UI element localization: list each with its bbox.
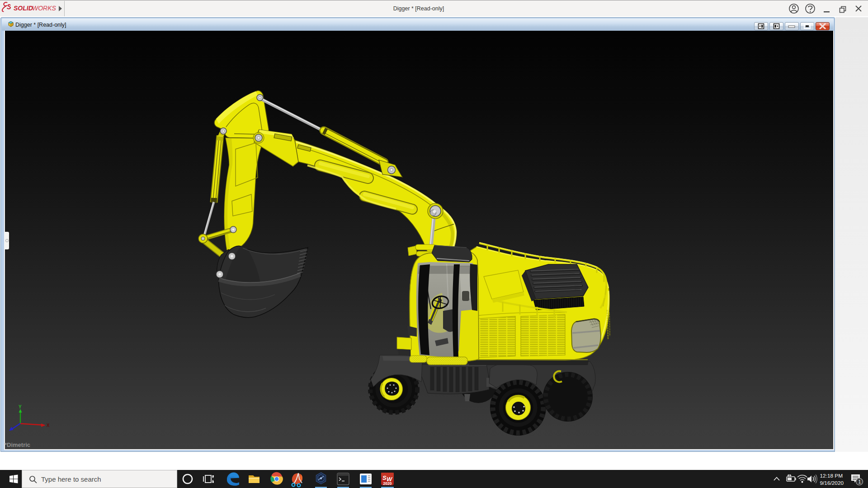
svg-text:9/16/2020: 9/16/2020: [820, 480, 844, 486]
svg-text:X: X: [47, 423, 50, 428]
svg-text:Y: Y: [19, 404, 22, 409]
svg-text:*Dimetric: *Dimetric: [5, 441, 30, 448]
svg-text:12:18 PM: 12:18 PM: [820, 473, 843, 479]
svg-text:S: S: [382, 474, 387, 481]
svg-text:1: 1: [859, 479, 861, 484]
svg-text:2020: 2020: [383, 481, 392, 486]
